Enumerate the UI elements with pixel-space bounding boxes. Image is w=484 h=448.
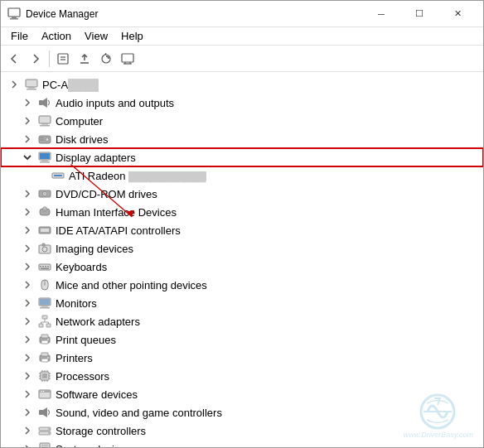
expand-keyboards[interactable] — [21, 260, 34, 273]
tree-item-computer[interactable]: Computer — [1, 112, 483, 130]
minimize-button[interactable]: ─ — [362, 1, 400, 27]
svg-rect-19 — [40, 125, 50, 127]
imaging-icon — [37, 241, 52, 256]
menu-view[interactable]: View — [78, 28, 114, 44]
svg-point-86 — [43, 391, 45, 393]
printq-icon — [37, 332, 52, 347]
svg-rect-29 — [54, 175, 62, 176]
hid-label: Human Interface Devices — [56, 206, 177, 219]
scan-button[interactable] — [96, 49, 116, 69]
close-button[interactable]: ✕ — [438, 1, 477, 27]
svg-rect-23 — [40, 140, 44, 141]
menu-bar: File Action View Help — [1, 27, 483, 46]
svg-point-64 — [47, 339, 49, 340]
monitor-icon — [121, 52, 134, 65]
tree-item-network[interactable]: Network adapters — [1, 312, 483, 330]
tree-item-root[interactable]: PC-A████ — [1, 75, 483, 94]
menu-help[interactable]: Help — [114, 28, 150, 44]
tree-item-mice[interactable]: Mice and other pointing devices — [1, 276, 483, 294]
tree-item-dvd[interactable]: DVD/CD-ROM drives — [1, 185, 483, 203]
expand-dvd[interactable] — [21, 187, 34, 200]
update-button[interactable] — [75, 49, 94, 69]
ide-label: IDE ATA/ATAPI controllers — [56, 224, 181, 237]
tree-item-imaging[interactable]: Imaging devices — [1, 239, 483, 258]
tree-item-ide[interactable]: IDE ATA/ATAPI controllers — [1, 221, 483, 239]
root-label: PC-A████ — [42, 79, 99, 91]
expand-root[interactable] — [7, 78, 21, 91]
system-label: System devices — [56, 443, 131, 448]
tree-item-keyboards[interactable]: Keyboards — [1, 258, 483, 276]
svg-rect-84 — [39, 390, 51, 393]
svg-marker-88 — [43, 407, 47, 417]
watermark-text: www.DriverEasy.com — [404, 431, 473, 439]
computer-small-icon — [37, 113, 52, 128]
back-icon — [7, 52, 21, 65]
expand-computer[interactable] — [21, 114, 34, 128]
expand-hid[interactable] — [21, 205, 34, 219]
title-bar: Device Manager ─ ☐ ✕ — [1, 1, 483, 27]
expand-mice[interactable] — [21, 278, 34, 291]
tree-item-display[interactable]: Display adapters — [1, 148, 483, 166]
svg-rect-1 — [12, 17, 17, 18]
computer-label: Computer — [56, 115, 103, 128]
display-card-icon — [51, 168, 65, 183]
dvd-label: DVD/CD-ROM drives — [56, 188, 157, 200]
properties-icon — [56, 52, 70, 65]
tree-item-disk[interactable]: Disk drives — [1, 130, 483, 148]
expand-software[interactable] — [21, 388, 34, 401]
tree-item-printq[interactable]: Print queues — [1, 330, 483, 349]
expand-printers[interactable] — [21, 351, 34, 364]
monitor-button[interactable] — [118, 49, 138, 69]
svg-rect-2 — [10, 18, 18, 20]
expand-display[interactable] — [21, 151, 34, 164]
svg-rect-12 — [26, 79, 37, 87]
printq-label: Print queues — [56, 334, 116, 346]
processor-icon — [37, 369, 52, 383]
forward-button[interactable] — [26, 49, 46, 69]
svg-rect-3 — [58, 54, 68, 64]
expand-system[interactable] — [21, 442, 34, 447]
expand-sound[interactable] — [21, 406, 34, 419]
svg-rect-43 — [42, 266, 44, 267]
tree-item-audio[interactable]: Audio inputs and outputs — [1, 94, 483, 112]
svg-rect-13 — [28, 87, 35, 89]
device-tree-panel[interactable]: PC-A████ Audio inputs and outputs — [1, 72, 483, 447]
tree-item-system[interactable]: System devices — [1, 440, 483, 447]
ide-icon — [37, 223, 52, 238]
menu-file[interactable]: File — [4, 28, 35, 44]
maximize-button[interactable]: ☐ — [400, 1, 438, 27]
tree-item-hid[interactable]: Human Interface Devices — [1, 203, 483, 221]
svg-rect-54 — [42, 316, 47, 319]
tree-item-ati[interactable]: ▶ ATI Radeon ████████████ — [1, 166, 483, 185]
system-icon — [37, 441, 52, 447]
disk-label: Disk drives — [56, 133, 109, 146]
expand-audio[interactable] — [21, 96, 34, 109]
expand-monitors[interactable] — [21, 296, 34, 310]
tree-item-processors[interactable]: Processors — [1, 367, 483, 385]
expand-printq[interactable] — [21, 333, 34, 346]
forward-icon — [29, 52, 42, 65]
expand-imaging[interactable] — [21, 242, 34, 255]
svg-rect-46 — [41, 268, 49, 270]
menu-action[interactable]: Action — [35, 28, 78, 44]
window-title: Device Manager — [26, 8, 362, 20]
tree-item-printers[interactable]: Printers — [1, 349, 483, 367]
properties-button[interactable] — [53, 49, 73, 69]
network-icon — [37, 314, 52, 329]
software-label: Software devices — [56, 388, 138, 401]
svg-rect-25 — [41, 160, 48, 161]
audio-icon — [37, 95, 52, 110]
expand-storage[interactable] — [21, 424, 34, 437]
expand-disk[interactable] — [21, 132, 34, 146]
keyboards-label: Keyboards — [56, 261, 107, 273]
svg-rect-87 — [39, 410, 43, 415]
expand-processors[interactable] — [21, 369, 34, 383]
svg-point-91 — [48, 428, 50, 430]
svg-rect-18 — [41, 123, 48, 125]
expand-network[interactable] — [21, 315, 34, 328]
back-button[interactable] — [4, 49, 24, 69]
tree-item-monitors[interactable]: Monitors — [1, 294, 483, 312]
svg-rect-0 — [8, 8, 20, 17]
toolbar-separator-1 — [49, 51, 50, 67]
expand-ide[interactable] — [21, 224, 34, 237]
